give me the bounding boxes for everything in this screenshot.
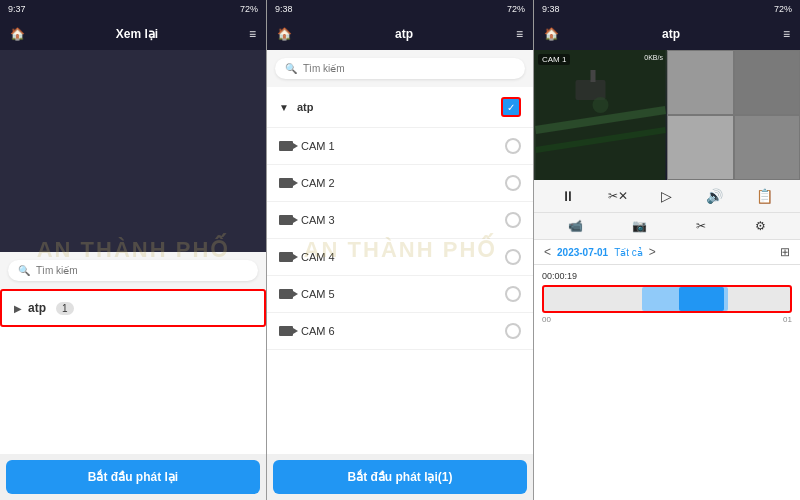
status-bar-2: 9:38 72% [267,0,533,18]
top-bar-1: 🏠 Xem lại ≡ [0,18,266,50]
video-thumb-3: CAM 1 0KB/s [534,50,667,180]
player-controls-3: ⏸ ✂✕ ▷ 🔊 📋 [534,180,800,213]
cam-item-2[interactable]: CAM 2 [267,165,533,202]
video-cell-2 [734,50,801,115]
cam-radio-2[interactable] [505,175,521,191]
cam-label-3: CAM 3 [301,214,497,226]
timeline-next-3[interactable]: > [649,245,656,259]
play-btn-3[interactable]: ▷ [661,188,672,204]
list-area-2: ▼ atp ✓ CAM 1 CAM 2 CAM 3 [267,87,533,454]
cam-label-4: CAM 4 [301,251,497,263]
cam-radio-4[interactable] [505,249,521,265]
battery-1: 72% [240,4,258,14]
battery-2: 72% [507,4,525,14]
menu-icon-1[interactable]: ≡ [249,27,256,41]
scissors-btn-3[interactable]: ✂ [696,219,706,233]
content-1: 🔍 ▶ atp 1 AN THÀNH PHỐ [0,252,266,454]
top-bar-2: 🏠 atp ≡ [267,18,533,50]
share-btn-3[interactable]: 📋 [756,188,773,204]
content-2: 🔍 ▼ atp ✓ CAM 1 CAM 2 [267,50,533,454]
top-bar-title-1: Xem lại [116,27,158,41]
group-header-2[interactable]: ▼ atp ✓ [267,87,533,128]
status-bar-1: 9:37 72% [0,0,266,18]
panel-2: 9:38 72% 🏠 atp ≡ 🔍 ▼ atp ✓ CAM 1 [267,0,534,500]
cam-item-6[interactable]: CAM 6 [267,313,533,350]
status-right-3: 72% [774,4,792,14]
search-input-2[interactable] [303,63,515,74]
atp-label-1: atp [28,301,46,315]
video-cell-1 [667,50,734,115]
cam-item-1[interactable]: CAM 1 [267,128,533,165]
pause-btn-3[interactable]: ⏸ [561,188,575,204]
timeline-prev-3[interactable]: < [544,245,551,259]
action-bar-3: 📹 📷 ✂ ⚙ [534,213,800,240]
video-grid-3 [667,50,800,180]
time-1: 9:37 [8,4,26,14]
tick-1: 01 [783,315,792,324]
cam-radio-3[interactable] [505,212,521,228]
cam-radio-6[interactable] [505,323,521,339]
timeline-all-3[interactable]: Tất cả [614,247,643,258]
panel-3: 9:38 72% 🏠 atp ≡ CAM 1 0KB/s [534,0,800,500]
search-icon-1: 🔍 [18,265,30,276]
top-bar-title-3: atp [662,27,680,41]
snapshot-btn-3[interactable]: 📷 [632,219,647,233]
start-playback-btn-2[interactable]: Bắt đầu phát lại(1) [273,460,527,494]
time-3: 9:38 [542,4,560,14]
svg-rect-4 [591,70,596,82]
time-2: 9:38 [275,4,293,14]
battery-3: 72% [774,4,792,14]
top-bar-title-2: atp [395,27,413,41]
dark-area-1 [0,50,266,252]
status-bar-3: 9:38 72% [534,0,800,18]
search-bar-2: 🔍 [275,58,525,79]
camera-icon-3 [279,215,293,225]
group-toggle-2: ▼ [279,102,289,113]
status-left-3: 9:38 [542,4,560,14]
camera-icon-5 [279,289,293,299]
kbps-label-3: 0KB/s [644,54,663,61]
volume-btn-3[interactable]: 🔊 [706,188,723,204]
menu-icon-3[interactable]: ≡ [783,27,790,41]
video-image-3 [534,50,667,180]
timeline-area-3: 00:00:19 00 01 [534,265,800,500]
cam-radio-5[interactable] [505,286,521,302]
top-bar-3: 🏠 atp ≡ [534,18,800,50]
camera-icon-4 [279,252,293,262]
list-area-1: ▶ atp 1 [0,289,266,454]
search-bar-1: 🔍 [8,260,258,281]
cam-item-4[interactable]: CAM 4 [267,239,533,276]
atp-item-1[interactable]: ▶ atp 1 [0,289,266,327]
search-icon-2: 🔍 [285,63,297,74]
home-icon-2[interactable]: 🏠 [277,27,292,41]
status-left-1: 9:37 [8,4,26,14]
timeline-date-3: 2023-07-01 [557,247,608,258]
cam-overlay-label-3: CAM 1 [538,54,570,65]
svg-point-5 [593,97,609,113]
cam-item-3[interactable]: CAM 3 [267,202,533,239]
timeline-header-3: < 2023-07-01 Tất cả > ⊞ [534,240,800,265]
home-icon-1[interactable]: 🏠 [10,27,25,41]
expand-arrow-1: ▶ [14,303,22,314]
camera-icon-2 [279,178,293,188]
settings-btn-3[interactable]: ⚙ [755,219,766,233]
cam-label-2: CAM 2 [301,177,497,189]
camera-icon-1 [279,141,293,151]
video-svg-3 [534,50,667,180]
record-btn-3[interactable]: 📹 [568,219,583,233]
cam-label-1: CAM 1 [301,140,497,152]
timeline-grid-icon-3[interactable]: ⊞ [780,245,790,259]
timeline-track-3[interactable] [542,285,792,313]
home-icon-3[interactable]: 🏠 [544,27,559,41]
start-playback-btn-1[interactable]: Bắt đầu phát lại [6,460,260,494]
menu-icon-2[interactable]: ≡ [516,27,523,41]
video-cell-3 [667,115,734,180]
number-badge-1: 1 [56,302,74,315]
cam-item-5[interactable]: CAM 5 [267,276,533,313]
cut-btn-3[interactable]: ✂✕ [608,189,628,203]
group-check-2[interactable]: ✓ [501,97,521,117]
timeline-segment-active [679,287,723,311]
cam-radio-1[interactable] [505,138,521,154]
search-input-1[interactable] [36,265,248,276]
video-cell-4 [734,115,801,180]
